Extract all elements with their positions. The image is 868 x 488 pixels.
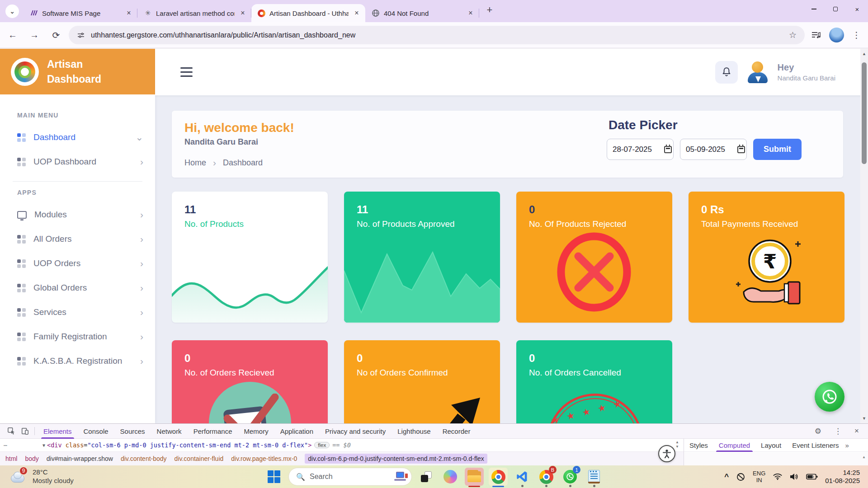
devtools-tab-computed[interactable]: Computed <box>713 439 755 452</box>
calendar-icon[interactable] <box>664 146 672 153</box>
chrome-beta-button[interactable]: B <box>537 468 556 486</box>
devtools-tab-memory[interactable]: Memory <box>238 424 274 439</box>
forward-button[interactable]: → <box>25 26 43 44</box>
language-indicator[interactable]: ENG IN <box>753 470 765 483</box>
taskbar-clock[interactable]: 14:25 01-08-2025 <box>825 469 860 485</box>
notifications-button[interactable] <box>715 61 738 84</box>
date-from-field[interactable] <box>607 139 674 160</box>
wifi-icon[interactable] <box>773 473 783 480</box>
whatsapp-taskbar-button[interactable]: 1 <box>561 468 580 486</box>
media-control-icon[interactable] <box>811 31 821 40</box>
minimize-button[interactable] <box>803 0 825 18</box>
file-explorer-button[interactable] <box>465 468 484 486</box>
devtools-tab-application[interactable]: Application <box>274 424 319 439</box>
card-total-payments[interactable]: 0 Rs Total Payments Received ₹ <box>689 192 844 323</box>
sidebar-item-services[interactable]: Services › <box>0 300 155 324</box>
start-button[interactable] <box>264 468 283 486</box>
crumb-main-wrapper[interactable]: div#main-wrapper.show <box>47 455 113 462</box>
tab-close-icon[interactable]: × <box>467 9 475 17</box>
browser-tab-1[interactable]: Software MIS Page × <box>24 4 137 22</box>
card-orders-confirmed[interactable]: 0 No of Orders Confirmed <box>344 340 500 423</box>
battery-icon[interactable] <box>806 474 818 480</box>
tab-close-icon[interactable]: × <box>239 9 247 17</box>
vscode-button[interactable] <box>513 468 532 486</box>
browser-tab-2[interactable]: ✳ Laravel artisan method conversi × <box>137 4 251 22</box>
devtools-settings-icon[interactable]: ⚙ <box>815 427 821 436</box>
taskbar-weather-widget[interactable]: 9 28°C Mostly cloudy <box>11 467 74 485</box>
scrollbar-thumb[interactable] <box>862 62 867 164</box>
devtools-tab-event-listeners[interactable]: Event Listeners <box>787 439 844 452</box>
crumb-content-body[interactable]: div.content-body <box>121 455 167 462</box>
scroll-up-icon[interactable]: ▲ <box>674 440 681 445</box>
whatsapp-button[interactable] <box>815 382 844 412</box>
page-scrollbar[interactable]: ▲ ▼ <box>860 49 868 423</box>
crumb-container-fluid[interactable]: div.container-fluid <box>175 455 224 462</box>
scroll-up-icon[interactable]: ▲ <box>860 52 868 56</box>
browser-tab-4[interactable]: 404 Not Found × <box>365 4 479 22</box>
maximize-button[interactable] <box>825 0 846 18</box>
devtools-tab-elements[interactable]: Elements <box>38 424 78 439</box>
card-orders-received[interactable]: 0 No. of Orders Recieved <box>172 340 328 423</box>
card-orders-cancelled[interactable]: 0 No. of Orders Cancelled ★ ★ ★ ★ ★ CANC… <box>516 340 672 423</box>
devtools-tab-privacy[interactable]: Privacy and security <box>319 424 392 439</box>
accessibility-button[interactable] <box>658 445 675 462</box>
user-avatar[interactable] <box>747 61 769 83</box>
card-products-approved[interactable]: 11 No. of Products Approved <box>344 192 500 323</box>
url-text[interactable]: uthhantest.gergstore.com/uthhanartisanla… <box>91 31 783 39</box>
crumb-html[interactable]: html <box>5 455 17 462</box>
date-to-field[interactable] <box>680 139 747 160</box>
new-tab-button[interactable]: + <box>484 4 495 16</box>
address-bar[interactable]: uthhantest.gergstore.com/uthhanartisanla… <box>69 26 805 44</box>
scroll-up-icon[interactable]: ▲ <box>862 455 866 459</box>
taskbar-search[interactable]: 🔍 Search <box>288 468 412 486</box>
reload-button[interactable]: ⟳ <box>47 26 65 44</box>
flex-badge[interactable]: flex <box>314 442 330 448</box>
inspect-element-icon[interactable] <box>5 427 18 435</box>
collapsed-nodes-icon[interactable]: ⋯ <box>4 441 42 449</box>
devtools-tab-styles[interactable]: Styles <box>684 439 713 452</box>
submit-button[interactable]: Submit <box>753 139 802 160</box>
card-no-of-products[interactable]: 11 No. of Products <box>172 192 328 323</box>
profile-avatar[interactable] <box>829 28 844 42</box>
device-toolbar-icon[interactable] <box>18 427 32 435</box>
browser-tab-active[interactable]: Artisan Dashboard - Uthhan × <box>251 4 365 22</box>
sidebar-item-kasba-registration[interactable]: K.A.S.B.A. Registration › <box>0 349 155 373</box>
notepad-button[interactable] <box>585 468 604 486</box>
more-tabs-icon[interactable]: » <box>845 441 849 449</box>
devtools-tab-layout[interactable]: Layout <box>755 439 787 452</box>
sidebar-item-dashboard[interactable]: Dashboard ⌄ <box>0 125 155 150</box>
devtools-scroll-arrows[interactable]: ▲ ▼ <box>674 440 681 449</box>
devtools-tab-console[interactable]: Console <box>78 424 114 439</box>
scroll-down-icon[interactable]: ▼ <box>674 445 681 449</box>
date-to-input[interactable] <box>686 145 735 154</box>
tab-close-icon[interactable]: × <box>353 9 361 17</box>
devtools-code-line[interactable]: ⋯ ▼ <div class="col-sm-6 p-md-0 justify-… <box>0 439 684 452</box>
hamburger-menu-button[interactable] <box>180 67 193 77</box>
date-from-input[interactable] <box>613 145 661 154</box>
card-products-rejected[interactable]: 0 No. Of Products Rejected <box>516 192 672 323</box>
devtools-menu-icon[interactable]: ⋮ <box>834 427 842 436</box>
scroll-down-icon[interactable]: ▼ <box>860 416 868 421</box>
devtools-close-icon[interactable]: × <box>854 427 859 436</box>
sidebar-item-all-orders[interactable]: All Orders › <box>0 227 155 251</box>
tab-search-button[interactable]: ⌄ <box>5 5 19 18</box>
copilot-button[interactable] <box>441 468 460 486</box>
tab-close-icon[interactable]: × <box>125 9 133 17</box>
devtools-tab-sources[interactable]: Sources <box>114 424 151 439</box>
calendar-icon[interactable] <box>737 146 745 153</box>
sidebar-item-modules[interactable]: Modules › <box>0 202 155 227</box>
devtools-tab-performance[interactable]: Performance <box>188 424 238 439</box>
devtools-tab-lighthouse[interactable]: Lighthouse <box>392 424 436 439</box>
sidebar-item-uop-orders[interactable]: UOP Orders › <box>0 251 155 276</box>
browser-menu-icon[interactable]: ⋮ <box>852 30 861 40</box>
close-button[interactable]: × <box>846 0 868 18</box>
breadcrumb-home[interactable]: Home <box>184 158 206 168</box>
sidebar-item-global-orders[interactable]: Global Orders › <box>0 276 155 300</box>
site-info-icon[interactable] <box>77 31 85 39</box>
devtools-tab-network[interactable]: Network <box>151 424 188 439</box>
eye-off-icon[interactable] <box>736 472 745 482</box>
expand-arrow-icon[interactable]: ▼ <box>42 443 45 448</box>
crumb-selected[interactable]: div.col-sm-6.p-md-0.justify-content-sm-e… <box>305 454 487 464</box>
task-view-button[interactable] <box>417 468 436 486</box>
devtools-tab-recorder[interactable]: Recorder <box>437 424 476 439</box>
